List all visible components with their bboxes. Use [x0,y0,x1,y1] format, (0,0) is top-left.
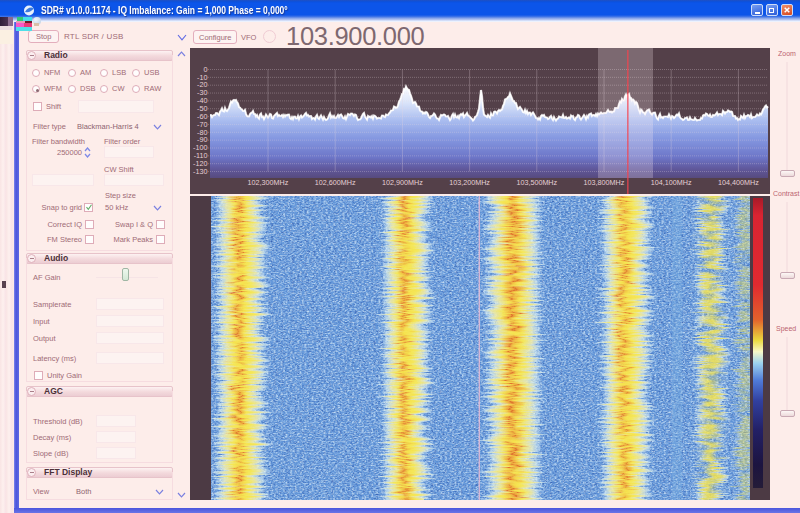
svg-text:103,800MHz: 103,800MHz [584,178,625,187]
svg-text:102,600MHz: 102,600MHz [315,178,356,187]
svg-text:103,200MHz: 103,200MHz [449,178,490,187]
svg-text:-130: -130 [193,167,207,176]
svg-text:104,100MHz: 104,100MHz [651,178,692,187]
svg-text:102,900MHz: 102,900MHz [382,178,423,187]
svg-text:103,500MHz: 103,500MHz [516,178,557,187]
svg-text:104,400MHz: 104,400MHz [718,178,759,187]
svg-text:102,300MHz: 102,300MHz [248,178,289,187]
